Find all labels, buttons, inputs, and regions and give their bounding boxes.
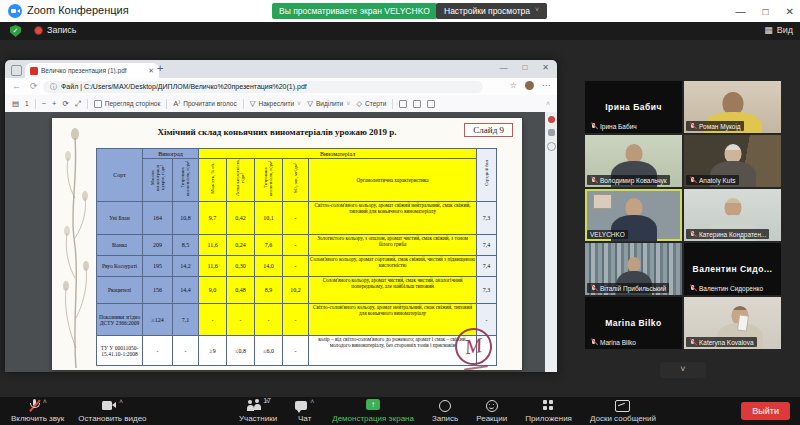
address-field[interactable]: ⓘ Файл | C:/Users/MAX/Desktop/ДИПЛОМ/Вел… [43, 81, 483, 93]
chevron-down-icon: ˅ [535, 2, 539, 19]
participant-tile-roman-mukoid[interactable]: Роман Мукоід [684, 81, 781, 133]
participant-tile-vitalii-prybylskyi[interactable]: Віталій Прибильський [585, 243, 682, 295]
read-aloud-button[interactable]: A⁾ Прочитати вголос [173, 99, 236, 108]
person-silhouette [627, 257, 640, 272]
share-screen-icon: ↑ [366, 399, 380, 410]
view-settings-button[interactable]: Настройки просмотра ˅ [436, 3, 547, 19]
new-tab-button[interactable]: + [157, 62, 163, 74]
col-header-grape-acid: Титрована кислотність, г/дм³ [173, 159, 199, 202]
tab-close-icon[interactable]: ✕ [148, 67, 154, 75]
reactions-button[interactable]: Реакции [469, 397, 514, 425]
sidebar-search-icon[interactable] [548, 116, 555, 123]
table-row: Уні Блан 164 10,8 9,7 0,42 10,1 - Світло… [97, 202, 497, 235]
participant-gallery: Ірина Бабич Ірина Бабич Роман Мукоід Вол… [585, 81, 781, 349]
table-row: Рвуо Косоураті 195 14,2 11,6 0,30 14,0 -… [97, 256, 497, 277]
muted-mic-icon [590, 284, 597, 292]
participants-icon: 17 [247, 399, 262, 411]
participant-tile-valentyn-sydorenko[interactable]: Валентин Сидо... Валентин Сидоренко [684, 243, 781, 295]
chat-button[interactable]: ˄ Чат [288, 397, 321, 425]
participants-count-badge: 17 [263, 397, 271, 404]
zoom-logo-icon [8, 4, 22, 18]
page-view-icon [94, 100, 102, 108]
browser-menu-icon[interactable]: ⋯ [542, 81, 550, 90]
sidebar-tools-icon[interactable] [548, 129, 555, 136]
botanical-decoration [54, 118, 98, 370]
profile-avatar[interactable] [525, 81, 534, 90]
info-icon: ⓘ [50, 82, 57, 92]
table-row: Показники згідно ДСТУ 2366:2009 ≥124 7,1… [97, 304, 497, 336]
col-header-sugar: Масова концентрація цукрів, г/дм³ [143, 159, 173, 202]
slide-title: Хімічний склад коньячних виноматеріалів … [107, 127, 447, 137]
participant-tile-kateryna-kondratenko[interactable]: Катерина Кондратен... [684, 189, 781, 241]
address-bar-row: ← ⟳ ⓘ Файл | C:/Users/MAX/Desktop/ДИПЛОМ… [5, 78, 557, 96]
minimize-button[interactable]: — [736, 6, 746, 17]
stop-video-button[interactable]: ˄ Остановить видео [71, 397, 153, 425]
record-button[interactable]: Запись [425, 397, 465, 425]
edge-sidebar [545, 112, 557, 372]
browser-minimize-button[interactable]: — [499, 63, 507, 72]
shared-screen-stage: Величко презентация (1).pdf ✕ + — □ ✕ ← … [0, 40, 800, 397]
refresh-button[interactable]: ⟳ [30, 81, 38, 91]
muted-mic-icon [689, 122, 696, 130]
apps-button[interactable]: Приложения [518, 397, 579, 425]
tab-actions-icon[interactable] [11, 65, 22, 76]
participants-button[interactable]: 17 ˄ Участники [232, 397, 284, 425]
browser-maximize-button[interactable]: □ [522, 63, 527, 72]
participant-tile-anatoly-kuts[interactable]: Anatoly Kuts [684, 135, 781, 187]
more-tools-icon[interactable] [427, 100, 435, 108]
close-button[interactable]: ✕ [786, 6, 794, 17]
leave-button[interactable]: Выйти [741, 402, 790, 420]
view-layout-button[interactable]: ▦ Вид [764, 25, 793, 35]
erase-button[interactable]: ◇ Стерти [356, 99, 386, 108]
camera-icon [102, 401, 116, 410]
recording-indicator[interactable]: Запись [34, 25, 77, 35]
col-header-sort: Сорт [97, 149, 143, 202]
rotate-button[interactable]: ⟳ [63, 99, 69, 108]
col-header-strength: Міцність, % об. [199, 159, 227, 202]
sidebar-more-icon[interactable] [547, 142, 556, 151]
participant-tile-iryna-babych[interactable]: Ірина Бабич Ірина Бабич [585, 81, 682, 133]
erase-icon: ◇ [356, 99, 362, 108]
encryption-shield-icon[interactable]: ✓ [10, 25, 21, 37]
zoom-title-bar: Zoom Конференция Вы просматриваете экран… [0, 0, 800, 22]
fit-page-button[interactable]: ⤢ [75, 99, 81, 109]
browser-close-button[interactable]: ✕ [542, 63, 549, 72]
slide-number-badge: Слайд 9 [464, 123, 513, 137]
audio-options-chevron[interactable]: ˄ [43, 398, 47, 405]
unmute-button[interactable]: ˄ Включить звук [4, 397, 71, 425]
viewing-screen-banner: Вы просматриваете экран VELYCHKO [272, 3, 437, 19]
pdf-viewport[interactable]: Хімічний склад коньячних виноматеріалів … [5, 112, 545, 372]
browser-tab[interactable]: Величко презентация (1).pdf ✕ [25, 63, 159, 78]
video-options-chevron[interactable]: ˄ [119, 398, 123, 405]
slide-page: Хімічний склад коньячних виноматеріалів … [52, 118, 522, 370]
highlight-button[interactable]: ▽ Виділити ˅ [307, 99, 350, 108]
favorites-star-icon[interactable]: ☆ [510, 81, 517, 90]
muted-mic-icon [590, 338, 597, 346]
participant-tile-marina-bilko[interactable]: Marina Bilko Marina Bilko [585, 297, 682, 349]
col-header-organoleptic: Органолептична характеристика [309, 159, 477, 202]
collapse-gallery-button[interactable]: ˅ [660, 362, 706, 378]
print-icon[interactable] [399, 100, 407, 108]
record-dot-icon [34, 26, 43, 35]
toc-icon[interactable]: ▤ [12, 99, 19, 108]
collapse-toolbar-icon[interactable]: ˄ [546, 100, 550, 107]
draw-button[interactable]: ▽ Накреслити ˅ [250, 99, 302, 108]
page-view-button[interactable]: Перегляд сторінок [94, 100, 161, 108]
chemical-composition-table: Сорт Виноград Виноматеріал Середній бал … [96, 148, 497, 366]
participant-tile-velychko-active-speaker[interactable]: VELYCHKO [585, 189, 682, 241]
table-row: ТУ У 00011050-15.41.10-1:2008 - - ≥9 ≤0,… [97, 336, 497, 366]
back-button[interactable]: ← [12, 81, 21, 91]
maximize-button[interactable]: □ [763, 6, 769, 17]
col-header-wine: Виноматеріал [199, 149, 477, 159]
apps-grid-icon [543, 400, 554, 411]
zoom-out-button[interactable]: − [42, 99, 46, 108]
whiteboards-button[interactable]: Доски сообщений [583, 397, 663, 425]
share-screen-button[interactable]: ↑ Демонстрация экрана [325, 397, 421, 425]
meeting-info-bar: ✓ Запись ▦ Вид [0, 22, 800, 40]
zoom-in-button[interactable]: + [52, 99, 56, 108]
table-row: Біанка 209 8,5 11,6 0,24 7,6 - Золотисто… [97, 235, 497, 256]
participant-tile-kateryna-kovalova[interactable]: Kateryna Kovalova [684, 297, 781, 349]
save-icon[interactable] [413, 100, 421, 108]
col-header-volatile: Летка кислотність, г/дм³ [227, 159, 255, 202]
participant-tile-volodymyr-kovalchuk[interactable]: Володимир Ковальчук [585, 135, 682, 187]
